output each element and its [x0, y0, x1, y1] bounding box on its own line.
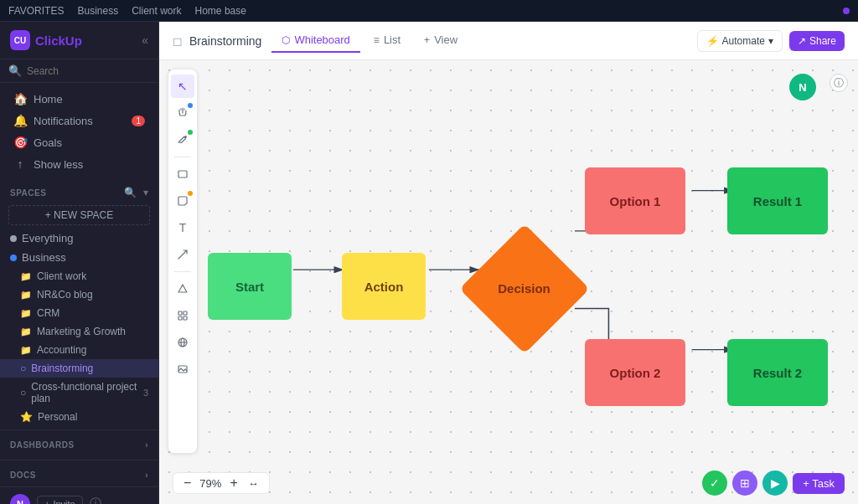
spaces-add-icon[interactable]: ▾	[143, 187, 148, 198]
zoom-controls: − 79% + ↔	[173, 472, 270, 494]
topbar-favorites[interactable]: FAVORITES	[8, 5, 64, 17]
list-tab-label: List	[384, 33, 401, 46]
node-action-label: Action	[364, 280, 404, 294]
whiteboard-tab-label: Whiteboard	[294, 33, 349, 46]
sidebar-header: CU ClickUp «	[0, 22, 158, 59]
sidebar-nav-home-label: Home	[34, 93, 63, 105]
node-result1[interactable]: Result 1	[727, 167, 828, 234]
cross-functional-label: Cross-functional project plan	[31, 381, 138, 404]
tool-connector[interactable]	[171, 243, 194, 266]
task-icon-green[interactable]: ✓	[702, 471, 727, 496]
sidebar-item-notifications[interactable]: 🔔 Notifications 1	[3, 110, 155, 131]
sidebar-space-business[interactable]: Business	[0, 248, 158, 267]
marketing-label: Marketing & Growth	[37, 326, 126, 337]
tab-list[interactable]: ≡ List	[364, 28, 411, 53]
automate-chevron: ▾	[768, 35, 773, 47]
search-input[interactable]	[27, 65, 152, 77]
sidebar-space-everything[interactable]: Everything	[0, 229, 158, 248]
svg-rect-2	[178, 311, 182, 315]
spaces-section-actions: 🔍 ▾	[124, 187, 148, 198]
sidebar-doc-brainstorming[interactable]: ○ Brainstorming	[0, 359, 158, 378]
tool-globe[interactable]	[171, 331, 194, 354]
whiteboard-canvas[interactable]: Start Action Decision Option 1 Option	[159, 60, 858, 504]
folder-icon-client: 📁	[20, 271, 32, 282]
sidebar-folder-nrco-blog[interactable]: 📁 NR&Co blog	[0, 285, 158, 304]
goals-icon: 🎯	[13, 136, 27, 149]
node-result1-label: Result 1	[753, 194, 802, 208]
sidebar-item-home[interactable]: 🏠 Home	[3, 88, 155, 110]
folder-icon-crm: 📁	[20, 308, 32, 319]
tool-shapes[interactable]	[171, 277, 194, 301]
tool-image[interactable]	[171, 357, 194, 381]
notifications-badge: 1	[132, 116, 145, 126]
tool-rect[interactable]	[171, 162, 194, 186]
automate-icon: ⚡	[706, 35, 719, 47]
spaces-search-icon[interactable]: 🔍	[124, 187, 137, 198]
brainstorming-label: Brainstorming	[31, 363, 93, 374]
tool-cursor[interactable]: ↖	[171, 75, 194, 98]
sidebar-item-show-less[interactable]: ↑ Show less	[3, 153, 155, 175]
node-option1[interactable]: Option 1	[585, 167, 685, 234]
tool-text[interactable]: T	[171, 216, 194, 239]
notifications-icon: 🔔	[13, 114, 27, 127]
task-icon-purple[interactable]: ⊞	[732, 471, 757, 496]
tool-note[interactable]	[171, 189, 194, 213]
zoom-fit-button[interactable]: ↔	[246, 477, 261, 490]
node-start[interactable]: Start	[208, 253, 292, 320]
tool-hand[interactable]	[171, 101, 194, 125]
hand-dot	[188, 103, 193, 108]
sidebar-item-goals[interactable]: 🎯 Goals	[3, 131, 155, 153]
sidebar-search: 🔍 ⌘K	[0, 59, 158, 83]
sidebar-folder-accounting[interactable]: 📁 Accounting	[0, 341, 158, 359]
tool-pen[interactable]	[171, 128, 194, 152]
svg-marker-1	[178, 285, 187, 292]
sidebar-folder-marketing[interactable]: 📁 Marketing & Growth	[0, 322, 158, 341]
svg-rect-4	[178, 316, 182, 320]
tab-whiteboard[interactable]: ⬡ Whiteboard	[271, 28, 359, 53]
share-label: Share	[809, 35, 836, 47]
docs-section-label[interactable]: DOCS ›	[10, 467, 148, 483]
docs-chevron: ›	[145, 471, 148, 480]
view-tab-icon: +	[424, 34, 430, 46]
folder-icon-marketing: 📁	[20, 327, 32, 337]
zoom-out-button[interactable]: −	[182, 476, 193, 490]
node-decision[interactable]: Decision	[476, 240, 572, 337]
new-task-button[interactable]: + Task	[793, 473, 845, 494]
user-avatar: N	[10, 494, 30, 504]
zoom-in-button[interactable]: +	[228, 476, 239, 490]
node-action[interactable]: Action	[342, 253, 426, 320]
svg-rect-5	[183, 316, 187, 320]
tab-view[interactable]: + View	[414, 28, 468, 53]
topbar-home-base[interactable]: Home base	[195, 5, 246, 17]
topbar-client-work[interactable]: Client work	[132, 5, 181, 17]
invite-label: Invite	[53, 499, 75, 504]
sidebar-doc-cross-functional[interactable]: ○ Cross-functional project plan 3	[0, 378, 158, 408]
share-button[interactable]: ↗ Share	[789, 31, 845, 51]
dashboards-section-label[interactable]: DASHBOARDS ›	[10, 437, 148, 453]
folder-icon-accounting: 📁	[20, 345, 32, 356]
info-icon[interactable]: ⓘ	[90, 496, 101, 504]
list-tab-icon: ≡	[374, 34, 380, 46]
new-space-button[interactable]: + NEW SPACE	[8, 205, 150, 225]
home-icon: 🏠	[13, 92, 27, 105]
sidebar-folder-client-work[interactable]: 📁 Client work	[0, 267, 158, 285]
node-option2[interactable]: Option 2	[585, 339, 685, 406]
canvas-toolbar: ↖ T	[168, 69, 198, 454]
logo[interactable]: CU ClickUp	[10, 30, 82, 50]
toolbar-divider-2	[174, 271, 191, 272]
sidebar-doc-personal[interactable]: ⭐ Personal	[0, 408, 158, 426]
tool-components[interactable]	[171, 304, 194, 327]
sidebar-folder-crm[interactable]: 📁 CRM	[0, 304, 158, 322]
node-result2[interactable]: Result 2	[727, 339, 828, 406]
invite-button[interactable]: + Invite	[37, 496, 83, 504]
automate-button[interactable]: ⚡ Automate ▾	[697, 30, 783, 52]
everything-label: Everything	[22, 232, 73, 244]
spaces-section-label: SPACES	[10, 188, 46, 198]
svg-rect-0	[178, 171, 187, 177]
canvas-info-button[interactable]: ⓘ	[830, 74, 848, 92]
toolbar-divider-1	[174, 157, 191, 157]
task-icon-teal[interactable]: ▶	[762, 471, 788, 496]
sidebar-collapse-button[interactable]: «	[142, 33, 148, 47]
pen-dot	[188, 130, 193, 135]
topbar-business[interactable]: Business	[77, 5, 118, 17]
